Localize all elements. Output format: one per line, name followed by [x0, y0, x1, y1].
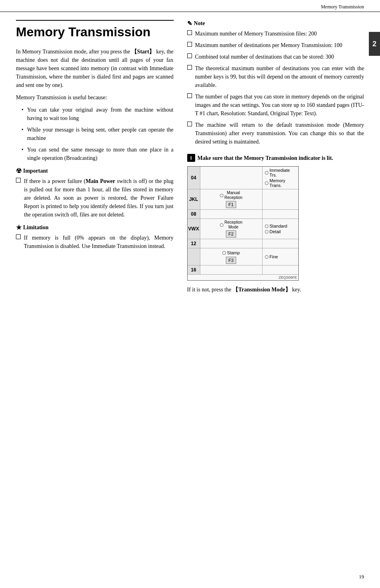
right-column: ✎ Note Maximum number of Memory Transmis…: [183, 20, 364, 298]
radio-icon: [222, 251, 226, 255]
manual-reception-label: Manual Reception: [225, 191, 243, 200]
detail-option: Detail: [265, 229, 281, 234]
step1-label: Make sure that the Memory Transmission i…: [198, 154, 333, 162]
important-list: If there is a power failure (Main Power …: [16, 177, 174, 219]
list-item: If memory is full (0% appears on the dis…: [16, 234, 174, 250]
panel-num-vwx: VWX: [188, 219, 200, 239]
diagram-label: ZEQS06FE: [188, 275, 298, 280]
limitation-header: ★ Limitation: [16, 224, 174, 231]
panel-num-jkl: JKL: [188, 189, 200, 209]
checkbox-icon: [187, 122, 192, 126]
f2-button: F2: [226, 230, 237, 238]
panel-center-04: [200, 167, 262, 189]
left-column: Memory Transmission In Memory Transmissi…: [16, 20, 183, 298]
page-number: 19: [359, 574, 364, 580]
stamp-row: Stamp: [202, 250, 261, 256]
panel-num-blank: [188, 248, 200, 265]
note-icon: ✎: [187, 20, 192, 27]
intro-para2: Memory Transmission is useful because:: [16, 93, 174, 102]
panel-center-12: [200, 239, 262, 248]
chapter-tab: 2: [369, 32, 380, 56]
panel-row-stamp: Stamp F3 Fine: [188, 248, 298, 265]
checkbox-icon: [16, 234, 21, 239]
list-item: Maximum number of destinations per Memor…: [187, 41, 364, 49]
important-icon: ☢: [16, 167, 22, 175]
standard-option: Standard: [265, 224, 288, 228]
list-item: The theoretical maximum number of destin…: [187, 64, 364, 89]
panel-num-08: 08: [188, 210, 200, 218]
note-title: ✎ Note: [187, 20, 364, 27]
list-item: While your message is being sent, other …: [22, 126, 174, 142]
step-number: 1: [187, 154, 195, 162]
panel-right-04: ImmediateTrs. MemoryTrans.: [262, 167, 298, 189]
panel-num-04: 04: [188, 167, 200, 189]
radio-icon: [220, 194, 223, 197]
list-item: Combined total number of destinations th…: [187, 53, 364, 61]
radio-icon: [265, 230, 268, 234]
panel-right-12: [262, 239, 298, 248]
checkbox-icon: [187, 42, 192, 47]
panel-center-08: [200, 210, 262, 218]
checkbox-icon: [187, 30, 192, 35]
follow-text: If it is not, press the 【Transmission Mo…: [187, 285, 364, 294]
radio-icon: [265, 255, 268, 259]
radio-icon: [265, 224, 268, 228]
reception-mode-option: Reception Mode: [220, 220, 243, 230]
benefits-list: You can take your original away from the…: [22, 106, 174, 162]
panel-num-16: 16: [188, 265, 200, 274]
list-item: The machine will return to the default t…: [187, 121, 364, 146]
checkbox-icon: [16, 178, 21, 183]
intro-para1: In Memory Transmission mode, after you p…: [16, 47, 174, 89]
checkbox-icon: [187, 53, 192, 58]
radio-icon: [265, 171, 268, 175]
note-section: ✎ Note Maximum number of Memory Transmis…: [187, 20, 364, 146]
important-header: ☢ Important: [16, 167, 174, 175]
panel-right-16: [262, 265, 298, 274]
manual-reception-option: Manual Reception: [220, 191, 243, 200]
list-item: If there is a power failure (Main Power …: [16, 177, 174, 219]
panel-right-stamp: Fine: [262, 248, 298, 265]
limitation-list: If memory is full (0% appears on the dis…: [16, 234, 174, 250]
header-title: Memory Transmission: [321, 4, 364, 10]
f3-button: F3: [226, 257, 237, 264]
panel-row-jkl: JKL Manual Reception F1: [188, 189, 298, 210]
panel-row-04: 04 ImmediateTrs. MemoryTrans.: [188, 167, 298, 189]
reception-mode-label: Reception Mode: [225, 220, 243, 230]
immediate-trs-option: ImmediateTrs.: [265, 168, 290, 177]
panel-row-08: 08: [188, 210, 298, 219]
list-item: Maximum number of Memory Transmission fi…: [187, 29, 364, 38]
page-header: Memory Transmission: [0, 0, 380, 12]
radio-icon: [265, 181, 268, 185]
checkbox-icon: [187, 93, 192, 98]
panel-row-16: 16: [188, 265, 298, 275]
f1-button: F1: [226, 201, 237, 208]
panel-center-jkl: Manual Reception F1: [200, 189, 262, 209]
checkbox-icon: [187, 65, 192, 70]
limitation-label: Limitation: [23, 224, 49, 231]
panel-right-vwx: Standard Detail: [262, 219, 298, 239]
step1-header: 1 Make sure that the Memory Transmission…: [187, 154, 364, 162]
panel-center-stamp: Stamp F3: [200, 248, 262, 265]
important-label: Important: [23, 168, 48, 174]
panel-center-16: [200, 265, 262, 274]
limitation-icon: ★: [16, 224, 22, 231]
radio-icon: [220, 223, 223, 227]
panel-num-12: 12: [188, 239, 200, 248]
memory-trans-option: MemoryTrans.: [265, 178, 286, 188]
fax-panel-diagram: 04 ImmediateTrs. MemoryTrans.: [187, 166, 299, 281]
panel-row-12: 12: [188, 239, 298, 248]
fine-option: Fine: [265, 254, 278, 259]
page-title: Memory Transmission: [16, 20, 174, 39]
list-item: The number of pages that you can store i…: [187, 92, 364, 118]
list-item: You can take your original away from the…: [22, 106, 174, 122]
stamp-label: Stamp: [227, 250, 240, 255]
panel-right-jkl: [262, 189, 298, 209]
panel-row-vwx: VWX Reception Mode F2: [188, 219, 298, 239]
panel-center-vwx: Reception Mode F2: [200, 219, 262, 239]
note-list: Maximum number of Memory Transmission fi…: [187, 29, 364, 146]
panel-right-08: [262, 210, 298, 218]
list-item: You can send the same message to more th…: [22, 146, 174, 162]
step1-block: 1 Make sure that the Memory Transmission…: [187, 154, 364, 294]
